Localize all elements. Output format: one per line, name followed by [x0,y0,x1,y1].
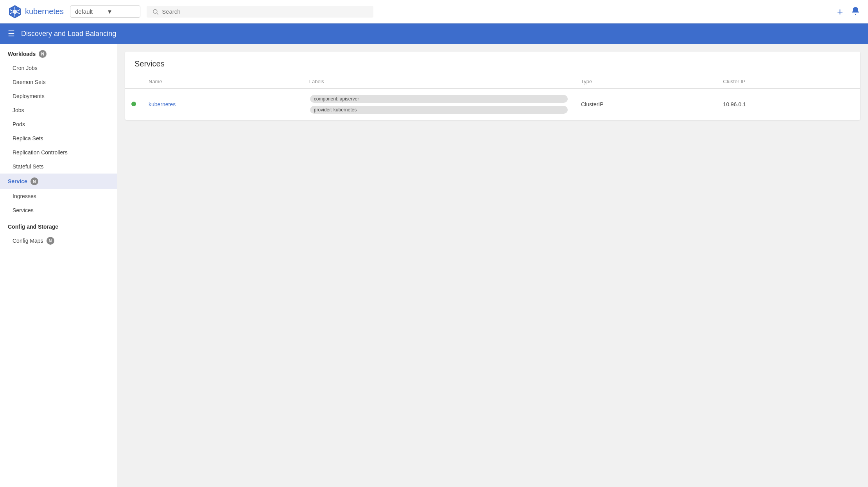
services-table: Name Labels Type Cluster IP kubernetesco… [125,75,860,120]
service-name-link[interactable]: kubernetes [149,101,176,107]
sidebar-item-services[interactable]: Services [0,203,117,217]
logo-link[interactable]: kubernetes [8,5,64,19]
status-cell [125,89,142,120]
sidebar-item-deployments[interactable]: Deployments [0,89,117,103]
sidebar-item-config-maps[interactable]: Config Maps N [0,233,117,249]
config-label: Config and Storage [8,224,58,230]
sidebar-item-daemon-sets[interactable]: Daemon Sets [0,75,117,89]
services-card: Services Name Labels Type Cluster IP kub… [125,52,860,120]
table-row: kubernetescomponent: apiserverprovider: … [125,89,860,120]
sidebar-item-ingresses[interactable]: Ingresses [0,189,117,203]
label-chip: provider: kubernetes [310,106,568,114]
sidebar-item-replica-sets[interactable]: Replica Sets [0,131,117,145]
service-badge: N [30,177,38,185]
col-name: Name [142,75,303,89]
services-card-title: Services [125,52,860,75]
topnav: kubernetes default ▼ + [0,0,868,23]
workloads-badge: N [39,50,47,58]
hamburger-button[interactable]: ☰ [8,29,15,38]
sidebar-service-section[interactable]: Service N [0,174,117,189]
col-type: Type [575,75,717,89]
col-labels: Labels [303,75,575,89]
sidebar: Workloads N Cron Jobs Daemon Sets Deploy… [0,44,117,487]
notifications-button[interactable] [851,6,860,17]
section-header: ☰ Discovery and Load Balancing [0,23,868,44]
chevron-down-icon: ▼ [107,8,135,15]
main-layout: Workloads N Cron Jobs Daemon Sets Deploy… [0,44,868,487]
namespace-dropdown[interactable]: default ▼ [70,5,140,18]
sidebar-item-pods[interactable]: Pods [0,117,117,131]
service-label: Service [8,178,27,184]
section-title: Discovery and Load Balancing [21,30,116,38]
add-button[interactable]: + [837,7,843,17]
sidebar-item-cron-jobs[interactable]: Cron Jobs [0,61,117,75]
services-table-body: kubernetescomponent: apiserverprovider: … [125,89,860,120]
name-cell: kubernetes [142,89,303,120]
services-table-header: Name Labels Type Cluster IP [125,75,860,89]
type-cell: ClusterIP [575,89,717,120]
col-cluster-ip: Cluster IP [717,75,860,89]
label-chip: component: apiserver [310,95,568,103]
sidebar-item-replication-controllers[interactable]: Replication Controllers [0,145,117,159]
kubernetes-logo-icon [8,5,22,19]
status-dot [131,102,136,106]
sidebar-item-stateful-sets[interactable]: Stateful Sets [0,159,117,174]
workloads-label: Workloads [8,51,36,57]
config-maps-badge: N [47,237,54,245]
sidebar-workloads-section: Workloads N [0,44,117,61]
sidebar-item-jobs[interactable]: Jobs [0,103,117,117]
svg-line-9 [157,13,158,14]
search-icon [152,8,159,15]
svg-point-8 [153,9,157,13]
sidebar-config-section: Config and Storage [0,217,117,233]
namespace-value: default [75,8,104,15]
labels-cell: component: apiserverprovider: kubernetes [303,89,575,120]
content-area: Services Name Labels Type Cluster IP kub… [117,44,868,487]
logo-text: kubernetes [25,7,64,16]
search-input[interactable] [162,8,368,15]
svg-point-1 [13,9,17,14]
cluster-ip-cell: 10.96.0.1 [717,89,860,120]
bell-icon [851,6,860,16]
search-box [147,6,373,18]
topnav-actions: + [837,6,860,17]
col-status [125,75,142,89]
